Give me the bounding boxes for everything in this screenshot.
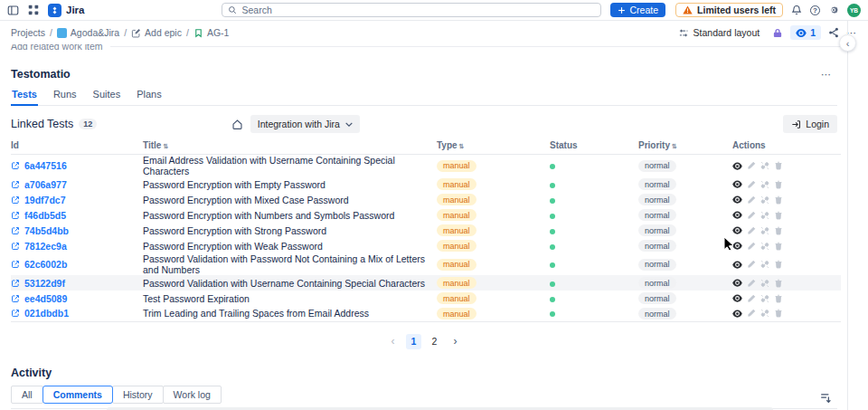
- app-switcher-icon[interactable]: [28, 5, 39, 15]
- table-row[interactable]: ee4d5089 Test Password Expiration manual…: [11, 291, 841, 306]
- standard-layout-button[interactable]: Standard layout: [673, 25, 766, 40]
- unlink-action-icon[interactable]: [760, 260, 769, 269]
- add-related-work-item-label[interactable]: Add related work item: [11, 44, 103, 51]
- settings-gear-icon[interactable]: [828, 5, 839, 15]
- table-row[interactable]: 7812ec9a Password Encryption with Weak P…: [11, 238, 841, 253]
- unlink-action-icon[interactable]: [760, 309, 769, 318]
- column-header-type[interactable]: Type⇅: [437, 138, 550, 155]
- panel-more-button[interactable]: ⋯: [821, 69, 832, 81]
- edit-action-icon[interactable]: [747, 211, 756, 220]
- delete-action-icon[interactable]: [774, 279, 783, 288]
- status-dot: [550, 311, 555, 317]
- search-input[interactable]: Search: [222, 3, 601, 17]
- breadcrumb-projects[interactable]: Projects: [11, 27, 45, 38]
- delete-action-icon[interactable]: [774, 180, 783, 189]
- tab-runs[interactable]: Runs: [52, 89, 78, 105]
- pagination-page-1[interactable]: 1: [406, 334, 421, 349]
- edit-action-icon[interactable]: [747, 260, 756, 269]
- table-row[interactable]: a706a977 Password Encryption with Empty …: [11, 176, 841, 192]
- test-id-link[interactable]: f46db5d5: [11, 210, 143, 221]
- share-icon[interactable]: [828, 27, 839, 38]
- limited-users-warning-button[interactable]: Limited users left: [675, 3, 783, 17]
- delete-action-icon[interactable]: [774, 195, 783, 205]
- view-action-icon[interactable]: [732, 242, 742, 250]
- lock-icon[interactable]: [772, 27, 783, 39]
- test-id-link[interactable]: 021dbdb1: [11, 308, 143, 319]
- unlink-action-icon[interactable]: [760, 242, 769, 251]
- edit-action-icon[interactable]: [747, 161, 756, 170]
- unlink-action-icon[interactable]: [760, 211, 769, 220]
- notifications-bell-icon[interactable]: [791, 5, 802, 15]
- breadcrumb-project[interactable]: Agoda&Jira: [57, 27, 119, 38]
- sidebar-toggle-icon[interactable]: [7, 5, 19, 16]
- jira-logo[interactable]: Jira: [48, 4, 84, 17]
- view-action-icon[interactable]: [732, 310, 742, 318]
- edit-action-icon[interactable]: [747, 279, 756, 288]
- test-id-link[interactable]: 74b5d4bb: [11, 225, 143, 236]
- unlink-action-icon[interactable]: [760, 279, 769, 288]
- view-action-icon[interactable]: [732, 162, 742, 170]
- tab-plans[interactable]: Plans: [136, 89, 163, 105]
- activity-filter-comments[interactable]: Comments: [42, 386, 113, 404]
- test-id-link[interactable]: 7812ec9a: [11, 241, 143, 252]
- integration-dropdown[interactable]: Integration with Jira: [250, 115, 360, 133]
- delete-action-icon[interactable]: [774, 294, 783, 303]
- column-header-priority[interactable]: Priority⇅: [638, 138, 732, 155]
- table-row[interactable]: 19df7dc7 Password Encryption with Mixed …: [11, 192, 841, 207]
- table-row[interactable]: 74b5d4bb Password Encryption with Strong…: [11, 223, 841, 238]
- create-button[interactable]: Create: [610, 3, 665, 17]
- tab-tests[interactable]: Tests: [11, 89, 38, 106]
- delete-action-icon[interactable]: [774, 226, 783, 235]
- view-action-icon[interactable]: [732, 180, 742, 188]
- unlink-action-icon[interactable]: [760, 294, 769, 303]
- watchers-button[interactable]: 1: [790, 25, 821, 40]
- pagination-page-2[interactable]: 2: [427, 334, 442, 349]
- edit-action-icon[interactable]: [747, 226, 756, 235]
- table-row[interactable]: 53122d9f Password Validation with Userna…: [11, 275, 841, 291]
- test-id-link[interactable]: 6a447516: [11, 160, 143, 171]
- test-id-link[interactable]: a706a977: [11, 179, 143, 190]
- delete-action-icon[interactable]: [774, 260, 783, 269]
- tab-suites[interactable]: Suites: [92, 89, 122, 105]
- activity-filter-all[interactable]: All: [11, 386, 43, 404]
- home-icon[interactable]: [231, 119, 243, 130]
- table-row[interactable]: 62c6002b Password Validation with Passwo…: [11, 253, 841, 275]
- delete-action-icon[interactable]: [774, 211, 783, 220]
- pagination-next[interactable]: ›: [448, 334, 463, 349]
- test-id-link[interactable]: 62c6002b: [11, 259, 143, 270]
- activity-filter-history[interactable]: History: [112, 386, 164, 404]
- breadcrumb-issue-key[interactable]: AG-1: [193, 27, 230, 38]
- table-row[interactable]: f46db5d5 Password Encryption with Number…: [11, 207, 841, 223]
- edit-action-icon[interactable]: [747, 180, 756, 189]
- view-action-icon[interactable]: [732, 226, 742, 234]
- view-action-icon[interactable]: [732, 195, 742, 204]
- login-button[interactable]: Login: [783, 115, 837, 133]
- edit-action-icon[interactable]: [747, 195, 756, 205]
- view-action-icon[interactable]: [732, 294, 742, 302]
- table-row[interactable]: 6a447516 Email Address Validation with U…: [11, 155, 841, 177]
- collapse-panel-button[interactable]: ‹: [839, 34, 856, 52]
- test-id-link[interactable]: 53122d9f: [11, 278, 143, 289]
- sort-order-icon[interactable]: [820, 393, 832, 404]
- edit-action-icon[interactable]: [747, 309, 756, 318]
- edit-action-icon[interactable]: [747, 294, 756, 303]
- column-header-title[interactable]: Title⇅: [143, 138, 437, 155]
- delete-action-icon[interactable]: [774, 309, 783, 318]
- help-icon[interactable]: ?: [810, 5, 820, 15]
- unlink-action-icon[interactable]: [760, 195, 769, 205]
- unlink-action-icon[interactable]: [760, 226, 769, 235]
- unlink-action-icon[interactable]: [760, 180, 769, 189]
- view-action-icon[interactable]: [732, 261, 742, 269]
- test-id-link[interactable]: ee4d5089: [11, 293, 143, 304]
- test-id-link[interactable]: 19df7dc7: [11, 195, 143, 205]
- delete-action-icon[interactable]: [774, 242, 783, 251]
- breadcrumb-add-epic[interactable]: Add epic: [131, 27, 182, 38]
- user-avatar[interactable]: YB: [847, 4, 861, 17]
- activity-filter-work-log[interactable]: Work log: [163, 386, 222, 404]
- unlink-action-icon[interactable]: [760, 161, 769, 170]
- delete-action-icon[interactable]: [774, 161, 783, 170]
- view-action-icon[interactable]: [732, 211, 742, 219]
- table-row[interactable]: 021dbdb1 Trim Leading and Trailing Space…: [11, 306, 841, 321]
- view-action-icon[interactable]: [732, 279, 742, 287]
- edit-action-icon[interactable]: [747, 242, 756, 251]
